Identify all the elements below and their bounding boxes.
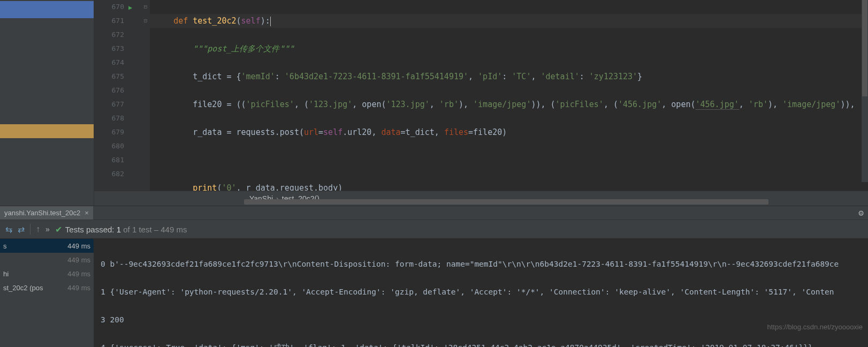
chevron-right-icon[interactable]: »	[45, 225, 50, 233]
success-icon: ✔	[55, 224, 62, 235]
test-tree-row[interactable]: hi449 ms	[0, 267, 94, 281]
run-tool-window: yanshi.YanShi.test_20c2 × ⚙ ⇆ ⇄ ↑ » ✔ Te…	[0, 206, 868, 347]
code-line[interactable]: file20 = (('picFiles', ('123.jpg', open(…	[150, 97, 868, 111]
code-line[interactable]: """post_上传多个文件"""	[150, 42, 868, 56]
gutter-icons: ▶	[128, 0, 141, 191]
expand-all-icon[interactable]: ⇆	[5, 224, 12, 235]
run-tab[interactable]: yanshi.YanShi.test_20c2 ×	[0, 206, 93, 220]
test-tree-row[interactable]: 449 ms	[0, 253, 94, 267]
code-line[interactable]: def test_20c2(self):	[150, 14, 868, 28]
code-line[interactable]: r_data = requests.post(url=self.url20, d…	[150, 125, 868, 139]
test-tree[interactable]: s449 ms 449 ms hi449 ms st_20c2 (pos449 …	[0, 239, 94, 347]
test-tree-row[interactable]: s449 ms	[0, 239, 94, 253]
gear-icon[interactable]: ⚙	[858, 208, 864, 218]
code-line[interactable]: t_dict = {'memId': '6b43d2e1-7223-4611-8…	[150, 70, 868, 84]
collapse-all-icon[interactable]: ⇄	[18, 224, 25, 235]
fold-column[interactable]: ⊟⊡	[141, 0, 150, 191]
close-icon[interactable]: ×	[85, 209, 89, 217]
code-line[interactable]: print('0', r_data.request.body)	[150, 181, 868, 191]
up-icon[interactable]: ↑	[36, 224, 40, 234]
project-sidebar[interactable]	[0, 0, 94, 206]
code-line[interactable]	[150, 153, 868, 167]
test-toolbar: ⇆ ⇄ ↑ » ✔ Tests passed: 1 of 1 test – 44…	[0, 220, 868, 239]
code-editor[interactable]: 670 671 672 673 674 675 676 677 678 679 …	[94, 0, 868, 206]
line-gutter: 670 671 672 673 674 675 676 677 678 679 …	[94, 0, 128, 191]
watermark: https://blog.csdn.net/zyooooxie	[767, 323, 863, 331]
run-test-icon[interactable]: ▶	[128, 4, 132, 11]
test-status: ✔ Tests passed: 1 of 1 test – 449 ms	[55, 224, 187, 235]
test-tree-row[interactable]: st_20c2 (pos449 ms	[0, 281, 94, 295]
horizontal-scrollbar[interactable]	[244, 199, 863, 206]
run-tab-bar: yanshi.YanShi.test_20c2 × ⚙	[0, 206, 868, 220]
console-output[interactable]: 0 b'--9ec432693cdef21fa689ce1fc2fc9713\r…	[94, 239, 868, 347]
vertical-scrollbar[interactable]	[862, 0, 868, 182]
